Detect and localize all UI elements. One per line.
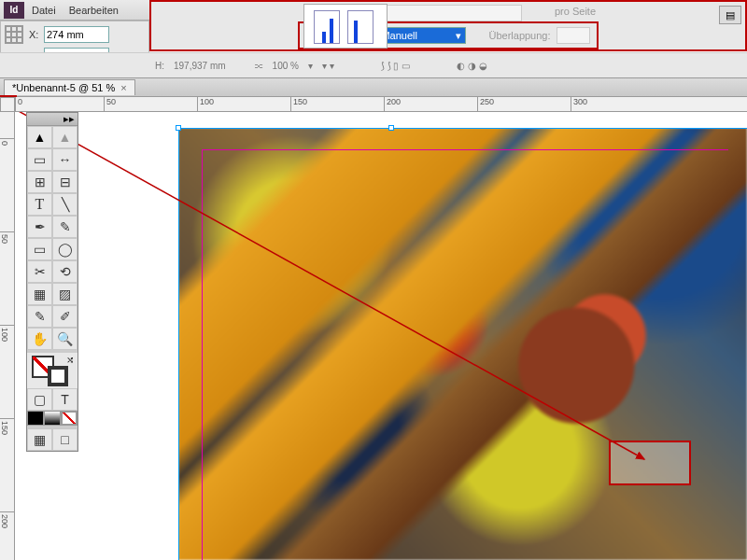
selection-handle[interactable] [176,125,181,131]
thumbnails-dropdown[interactable] [377,5,522,21]
panel-collapse-button[interactable]: ▤ [719,6,741,24]
note-tool[interactable]: ✎ [27,305,52,328]
annotation-target-box [609,441,691,485]
overlap-field[interactable] [557,27,590,44]
scissors-tool[interactable]: ✂ [27,260,52,283]
x-label: X: [29,29,44,40]
height-label: H: [155,61,164,71]
rectangle-frame-tool[interactable]: ▭ [27,238,52,260]
placed-image [178,128,747,560]
thumbnails-row: Miniaturen: [151,2,745,24]
image-frame[interactable] [178,128,747,560]
ruler-h-tick: 50 [104,97,116,111]
gradient-swatch-tool[interactable]: ▦ [27,283,52,305]
content-collector-tool[interactable]: ⊞ [27,171,52,193]
fill-stroke-swatch[interactable]: ⤭ [27,353,78,388]
menu-file[interactable]: Datei [32,5,56,16]
pencil-tool[interactable]: ✎ [52,216,78,238]
stroke-swatch[interactable] [48,366,68,386]
gradient-feather-tool[interactable]: ▨ [52,283,78,305]
overlap-label: Überlappung: [488,30,550,41]
content-placer-tool[interactable]: ⊟ [52,171,78,193]
ruler-h-tick: 250 [477,97,494,111]
ruler-h-tick: 200 [384,97,401,111]
zoom-caret-icon[interactable]: ▾ [308,61,313,71]
document-tab[interactable]: *Unbenannt-5 @ 51 % × [4,79,135,95]
swap-fill-stroke-icon[interactable]: ⤭ [66,355,74,365]
pen-tool[interactable]: ✒ [27,216,52,238]
panel-grip-icon: ▸▸ [63,113,75,125]
panel-menu-icon: ▤ [726,9,735,21]
ruler-v-tick: 150 [0,418,14,435]
tools-panel-header[interactable]: ▸▸ [27,113,78,126]
line-tool[interactable]: ╲ [52,193,78,216]
hand-tool[interactable]: ✋ [27,328,52,350]
page-tool[interactable]: ▭ [27,148,52,171]
gap-tool[interactable]: ↔ [52,148,78,171]
page-thumbnail-preview [303,4,388,49]
document-tab-bar: *Unbenannt-5 @ 51 % × [0,78,747,97]
ruler-h-tick: 150 [290,97,307,111]
vertical-ruler[interactable]: 0 50 100 150 200 [0,112,15,560]
formatting-text-button[interactable]: T [52,388,78,411]
ruler-v-tick: 0 [0,138,14,146]
ruler-h-tick: 100 [197,97,214,111]
formatting-container-button[interactable]: ▢ [27,388,52,411]
tools-panel: ▸▸ ▲ ▲ ▭ ↔ ⊞ ⊟ T ╲ ✒ ✎ ▭ ◯ ✂ ⟲ ▦ ▨ ✎ ✐ ✋… [26,112,78,452]
view-mode-preview[interactable]: □ [52,428,78,451]
eyedropper-tool[interactable]: ✐ [52,305,78,328]
per-page-label: pro Seite [555,6,596,17]
document-tab-title: *Unbenannt-5 @ 51 % [12,82,115,93]
zoom-value[interactable]: 100 % [273,61,299,71]
apply-color-row [27,411,78,426]
print-tiling-panel: Miniaturen: pro Seite Unterteilung: Manu… [149,0,747,51]
dropdown-caret-icon: ▾ [456,30,461,42]
apply-none[interactable] [61,411,78,426]
subdivision-dropdown[interactable]: Manuell ▾ [376,27,466,44]
direct-selection-tool[interactable]: ▲ [52,126,78,148]
ruler-v-tick: 200 [0,511,14,528]
view-mode-normal[interactable]: ▦ [27,428,52,451]
reference-point-proxy[interactable] [5,25,23,44]
zoom-tool[interactable]: 🔍 [52,328,78,350]
height-value: 197,937 mm [174,61,226,71]
ruler-origin[interactable] [0,97,15,112]
apply-gradient[interactable] [44,411,61,426]
close-tab-icon[interactable]: × [120,82,126,93]
app-logo: Id [4,2,24,19]
document-canvas[interactable] [15,112,747,560]
ruler-v-tick: 100 [0,325,14,342]
horizontal-ruler[interactable]: 0 50 100 150 200 250 300 [15,97,747,112]
free-transform-tool[interactable]: ⟲ [52,260,78,283]
type-tool[interactable]: T [27,193,52,216]
x-field[interactable] [44,26,109,43]
menu-edit[interactable]: Bearbeiten [69,5,119,16]
selection-handle[interactable] [388,125,394,131]
ellipse-tool[interactable]: ◯ [52,238,78,260]
ruler-h-tick: 300 [571,97,587,111]
apply-color[interactable] [27,411,44,426]
ruler-h-tick: 0 [15,97,22,111]
ruler-v-tick: 50 [0,231,14,244]
selection-tool[interactable]: ▲ [27,126,52,148]
control-strip: H: 197,937 mm ⫗ 100 % ▾ ▾ ▾ ⟆ ⟆ ▯ ▭ ◐ ◑ … [0,52,747,78]
